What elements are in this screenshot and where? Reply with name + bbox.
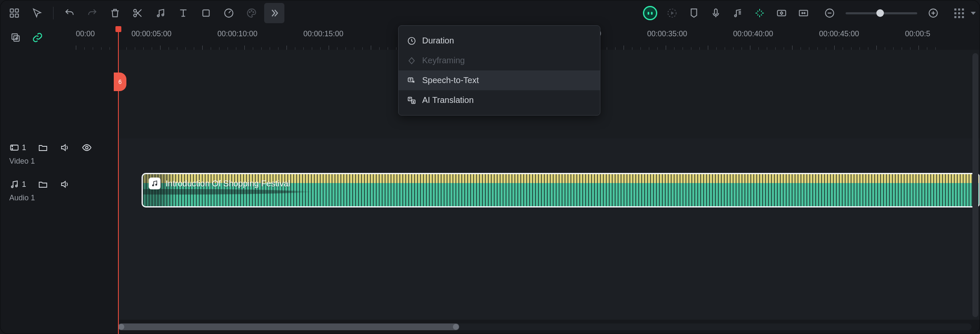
svg-rect-0 (10, 9, 13, 12)
vertical-scrollbar[interactable] (972, 53, 978, 317)
view-options-button[interactable] (954, 8, 976, 18)
svg-point-6 (157, 15, 159, 16)
ruler-timestamp: 00:00:5 (905, 30, 930, 38)
dropdown-label: Duration (422, 36, 454, 46)
audio-track-index: 1 (22, 180, 26, 189)
selection-cursor-button[interactable] (27, 3, 47, 23)
eye-icon[interactable] (82, 143, 92, 153)
smart-edit-button[interactable] (750, 3, 770, 23)
chevron-down-icon (971, 12, 976, 15)
render-icon (667, 8, 677, 19)
svg-point-31 (16, 185, 17, 187)
audio-track-header[interactable]: 1 Audio 1 (0, 173, 118, 210)
volume-icon[interactable] (60, 179, 70, 189)
music-note-icon (155, 8, 166, 19)
clip-title: Introduction Of Shopping Festival (166, 179, 290, 189)
audio-mixer-button[interactable] (728, 3, 748, 23)
zoom-track[interactable] (846, 12, 917, 14)
add-track-icon (10, 32, 21, 43)
audio-detach-button[interactable] (150, 3, 171, 23)
sparkle-cut-icon (754, 8, 765, 19)
zoom-thumb[interactable] (876, 9, 884, 17)
svg-rect-2 (10, 14, 13, 17)
color-button[interactable] (241, 3, 262, 23)
audio-mixer-icon (732, 8, 743, 19)
delete-button[interactable] (105, 3, 125, 23)
ruler-timestamp: 00:00:05:00 (131, 30, 171, 38)
svg-point-7 (162, 14, 163, 16)
trash-icon (110, 8, 120, 19)
split-button[interactable] (128, 3, 148, 23)
svg-rect-21 (408, 78, 413, 81)
svg-rect-14 (715, 9, 718, 14)
keyframe-tool-button[interactable] (771, 3, 792, 23)
dropdown-item-ai-translation[interactable]: AI Translation (399, 90, 600, 110)
zoom-out-button[interactable] (819, 3, 840, 23)
toolbar (0, 0, 980, 26)
horizontal-scroll-thumb[interactable] (118, 323, 459, 330)
layout-grid-button[interactable] (4, 3, 24, 23)
more-tools-button[interactable] (264, 3, 284, 23)
scissors-icon (132, 8, 143, 19)
undo-button[interactable] (59, 3, 80, 23)
svg-point-12 (253, 12, 254, 13)
redo-button[interactable] (82, 3, 102, 23)
crop-icon (201, 8, 212, 19)
cursor-icon (32, 8, 43, 19)
translate-icon (407, 96, 416, 105)
horizontal-scrollbar[interactable] (118, 322, 972, 331)
ai-assistant-button[interactable] (640, 3, 660, 23)
keyframe-icon (407, 56, 416, 65)
zoom-in-icon (928, 8, 939, 19)
layout-grid-icon (9, 8, 20, 19)
dropdown-label: Keyframing (422, 56, 465, 65)
folder-icon[interactable] (38, 179, 48, 189)
svg-point-33 (155, 184, 157, 186)
voiceover-button[interactable] (706, 3, 726, 23)
svg-point-29 (86, 146, 88, 149)
audio-clip[interactable]: Introduction Of Shopping Festival (142, 173, 980, 207)
playhead-handle[interactable]: 6 (114, 73, 126, 91)
speedometer-icon (223, 8, 234, 19)
undo-icon (64, 8, 75, 19)
volume-icon[interactable] (60, 143, 70, 153)
dropdown-item-speech-to-text[interactable]: Speech-to-Text (399, 70, 600, 90)
redo-icon (87, 8, 98, 19)
svg-point-11 (251, 11, 252, 11)
keyframe-panel-icon (776, 8, 787, 19)
clock-icon (407, 36, 416, 46)
zoom-out-icon (824, 8, 835, 19)
speech-to-text-icon (407, 76, 416, 85)
marker-icon (688, 8, 699, 19)
zoom-slider[interactable] (819, 3, 943, 23)
fit-width-button[interactable] (793, 3, 814, 23)
toolbar-right-group (640, 3, 976, 23)
svg-point-32 (153, 185, 154, 186)
dropdown-item-duration[interactable]: Duration (399, 31, 600, 51)
svg-point-30 (11, 186, 13, 188)
marker-button[interactable] (684, 3, 704, 23)
ruler-timestamp: 00:00:10:00 (217, 30, 257, 38)
render-button[interactable] (662, 3, 682, 23)
add-track-button[interactable] (10, 32, 21, 44)
playhead-marker-text: 6 (118, 78, 122, 85)
svg-point-27 (12, 146, 13, 147)
audio-track-icon (9, 179, 19, 189)
toolbar-divider (53, 7, 54, 19)
palette-icon (246, 8, 257, 19)
link-toggle-button[interactable] (32, 32, 43, 44)
folder-icon[interactable] (38, 143, 48, 153)
zoom-in-button[interactable] (923, 3, 943, 23)
crop-button[interactable] (196, 3, 216, 23)
svg-rect-3 (15, 14, 19, 17)
video-track-header[interactable]: 1 Video 1 (0, 137, 118, 173)
text-button[interactable] (173, 3, 193, 23)
link-icon (32, 32, 43, 43)
ruler-timestamp: 00:00:40:00 (733, 30, 773, 38)
ruler-timestamp: 00:00:15:00 (303, 30, 343, 38)
dropdown-item-keyframing: Keyframing (399, 51, 600, 70)
svg-point-10 (249, 12, 250, 13)
ruler-timestamp: 00:00:35:00 (647, 30, 687, 38)
speed-button[interactable] (219, 3, 239, 23)
svg-point-28 (12, 148, 13, 149)
